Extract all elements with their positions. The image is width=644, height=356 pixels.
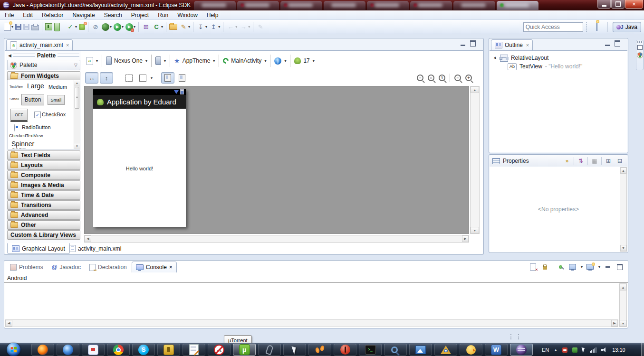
tab-problems[interactable]: Problems xyxy=(6,262,47,272)
taskbar-thunderbird-button[interactable] xyxy=(57,344,79,356)
dropdown-arrow-icon[interactable]: ▾ xyxy=(205,25,207,29)
api-level-dropdown[interactable]: 17 ▾ xyxy=(290,57,318,64)
device-preview[interactable]: Application by Eduard Hello world! xyxy=(93,89,186,227)
window-minimize-button[interactable] xyxy=(597,0,611,9)
show-margins-button[interactable] xyxy=(123,73,135,83)
window-titlebar[interactable]: Java - ApplicationByEduard/res/layout/ac… xyxy=(0,0,644,10)
scroll-up-icon[interactable]: ▲ xyxy=(620,284,626,290)
snap-to-grid-toggle[interactable] xyxy=(161,72,174,84)
palette-item-checkedtextview[interactable]: CheckedTextView xyxy=(9,133,43,138)
taskbar-knob-app-button[interactable] xyxy=(334,344,356,356)
palette-item-textview-large[interactable]: Large xyxy=(27,82,44,90)
taskbar-eye-app-button[interactable] xyxy=(434,344,457,356)
clear-console-button[interactable] xyxy=(529,262,538,271)
include-decor-toggle[interactable] xyxy=(176,73,188,83)
palette-scrollbar[interactable]: ▲ ▼ xyxy=(74,80,80,149)
palette-fast-view-icon[interactable] xyxy=(637,52,643,58)
taskbar-pointer-app-button[interactable] xyxy=(283,344,306,356)
hello-world-textview[interactable]: Hello world! xyxy=(126,166,153,171)
tab-javadoc[interactable]: @ Javadoc xyxy=(48,262,85,272)
menu-search[interactable]: Search xyxy=(104,12,122,19)
palette-item-spinner[interactable]: Spinner xyxy=(11,140,34,148)
dropdown-arrow-icon[interactable]: ▾ xyxy=(134,25,135,29)
taskbar-magnifier-button[interactable] xyxy=(384,344,407,356)
dropdown-arrow-icon[interactable]: ▾ xyxy=(218,25,220,29)
menu-window[interactable]: Window xyxy=(177,12,198,19)
tree-node-textview[interactable]: Ab TextView - "Hello world!" xyxy=(493,62,627,71)
layout-canvas[interactable]: Application by Eduard Hello world! xyxy=(84,86,469,234)
zoom-out-button[interactable]: − xyxy=(454,75,461,81)
scroll-down-icon[interactable]: ▼ xyxy=(620,320,626,327)
dropdown-arrow-icon[interactable]: ▾ xyxy=(598,265,600,269)
fill-height-toggle[interactable]: ↕ xyxy=(100,72,113,84)
palette-item-spinner-subitem[interactable]: Sub Item xyxy=(12,148,26,150)
taskbar-no-cut-button[interactable] xyxy=(208,344,231,356)
palette-section-transitions[interactable]: Transitions xyxy=(7,200,80,210)
forward-button[interactable]: →▾ xyxy=(238,21,251,33)
palette-item-button[interactable]: Button xyxy=(21,94,44,105)
menu-file[interactable]: File xyxy=(5,12,14,19)
menu-run[interactable]: Run xyxy=(158,12,168,19)
new-wizard-button[interactable]: ▾ xyxy=(3,21,14,33)
palette-item-textview-medium[interactable]: Medium xyxy=(48,84,67,90)
window-close-button[interactable]: × xyxy=(625,0,643,9)
new-android-app-button[interactable] xyxy=(78,21,86,33)
dropdown-arrow-icon[interactable]: ▾ xyxy=(235,25,237,29)
taskbar-terminal-button[interactable]: >_ xyxy=(359,344,382,356)
network-signal-icon[interactable] xyxy=(590,347,596,353)
tab-close-icon[interactable]: × xyxy=(526,43,529,48)
minimize-pane-icon[interactable] xyxy=(605,45,610,46)
open-console-button[interactable] xyxy=(586,262,595,271)
dropdown-arrow-icon[interactable]: ▾ xyxy=(581,265,583,269)
taskbar-notepad-button[interactable] xyxy=(183,344,205,356)
palette-section-composite[interactable]: Composite xyxy=(7,170,80,180)
dropdown-arrow-icon[interactable]: ▾ xyxy=(188,25,190,29)
tab-graphical-layout[interactable]: Graphical Layout xyxy=(7,243,70,254)
start-button[interactable] xyxy=(4,343,23,356)
fill-width-toggle[interactable]: ↔ xyxy=(85,72,98,84)
restore-view-icon[interactable] xyxy=(637,45,643,50)
save-all-button[interactable] xyxy=(22,21,30,33)
open-perspective-button[interactable] xyxy=(591,22,603,32)
scroll-left-icon[interactable]: ◀ xyxy=(6,320,12,327)
new-java-class-button[interactable]: C▾ xyxy=(151,21,164,33)
taskbar-firefox-button[interactable] xyxy=(31,344,54,356)
config-dropdown[interactable]: a ▾ xyxy=(82,57,102,65)
restore-default-value-icon[interactable]: ▦ xyxy=(590,157,599,165)
run-lint-button[interactable]: ✓▾ xyxy=(65,21,78,33)
console-horizontal-scrollbar[interactable]: ◀ ▶ xyxy=(5,319,618,327)
scroll-up-icon[interactable]: ▲ xyxy=(471,86,479,93)
palette-item-textview-small[interactable]: Small xyxy=(10,97,19,101)
previous-annotation-button[interactable]: ↥▾ xyxy=(208,21,221,33)
menu-help[interactable]: Help xyxy=(207,12,219,19)
pin-console-button[interactable] xyxy=(557,262,565,271)
scroll-up-icon[interactable]: ▲ xyxy=(74,80,80,86)
tab-close-icon[interactable]: × xyxy=(169,264,173,271)
orientation-dropdown[interactable]: ▾ xyxy=(152,56,170,65)
new-java-project-button[interactable]: ⊞ xyxy=(141,21,151,33)
scrollbar-thumb[interactable] xyxy=(75,87,79,109)
taskbar-disk-app-button[interactable] xyxy=(82,344,105,356)
canvas-vertical-scrollbar[interactable]: ▲ ▼ xyxy=(470,86,480,234)
expand-all-icon[interactable]: ⊞ xyxy=(604,157,613,165)
taskbar-utorrent-button[interactable]: µ xyxy=(233,344,256,356)
language-indicator[interactable]: EN xyxy=(542,347,549,353)
maximize-pane-icon[interactable] xyxy=(615,40,620,47)
palette-item-small-button[interactable]: Small xyxy=(48,95,65,105)
run-button[interactable]: ▶▾ xyxy=(113,21,125,33)
zoom-reset-button[interactable]: ○ xyxy=(428,75,434,81)
scroll-right-icon[interactable]: ▶ xyxy=(462,235,469,242)
minimize-pane-button[interactable] xyxy=(604,262,612,271)
menu-navigate[interactable]: Navigate xyxy=(72,12,95,19)
palette-section-form-widgets[interactable]: Form Widgets xyxy=(7,71,80,81)
maximize-pane-button[interactable] xyxy=(615,262,624,271)
console-vertical-scrollbar[interactable]: ▲ ▼ xyxy=(619,283,627,327)
scroll-down-icon[interactable]: ▼ xyxy=(620,245,626,251)
skip-breakpoints-button[interactable]: ⊘ xyxy=(90,21,101,33)
trim-drag-handle[interactable] xyxy=(637,41,642,43)
palette-section-layouts[interactable]: Layouts xyxy=(7,160,80,170)
editor-tab-activity-main[interactable]: a activity_main.xml × xyxy=(6,39,73,50)
console-output[interactable] xyxy=(5,283,619,319)
scroll-up-icon[interactable]: ▲ xyxy=(620,168,626,174)
zoom-actual-button[interactable]: 1 xyxy=(439,75,445,81)
